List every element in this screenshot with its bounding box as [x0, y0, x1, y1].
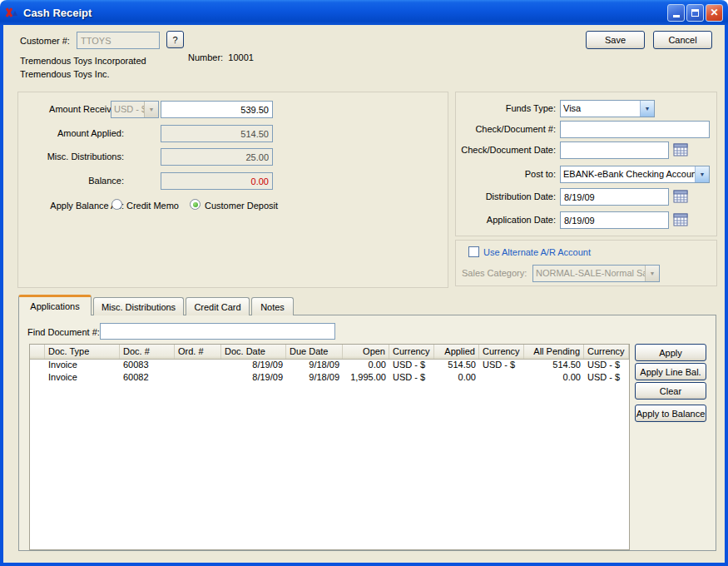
- dialog-body: Customer #: ? Number: 10001 Tremendous T…: [0, 25, 728, 566]
- apply-to-balance-button[interactable]: Apply to Balance: [635, 405, 706, 422]
- column-header[interactable]: Doc. Date: [221, 345, 286, 359]
- credit-memo-radio[interactable]: [111, 199, 122, 210]
- cell-ord-number: [175, 372, 221, 385]
- column-header[interactable]: Doc. Type: [45, 345, 120, 359]
- check-document-date-field[interactable]: [560, 142, 669, 159]
- customer-deposit-label: Customer Deposit: [205, 201, 278, 211]
- sales-category-value: NORMAL-SALE-Normal Sale: [533, 266, 645, 281]
- distribution-date-calendar-button[interactable]: [671, 189, 690, 204]
- funds-type-select[interactable]: Visa ▼: [560, 100, 655, 117]
- cancel-button[interactable]: Cancel: [653, 31, 712, 49]
- cell-due-date: 9/18/09: [286, 360, 343, 372]
- column-header[interactable]: Due Date: [286, 345, 343, 359]
- apply-line-bal-button[interactable]: Apply Line Bal.: [635, 363, 706, 380]
- cell-doc-type: Invoice: [45, 372, 120, 385]
- window-controls: ✕: [667, 4, 723, 22]
- application-date-field[interactable]: [560, 211, 669, 229]
- amount-received-field[interactable]: [161, 101, 273, 118]
- cell-due-date: 9/18/09: [286, 372, 343, 385]
- sales-category-select: NORMAL-SALE-Normal Sale ▼: [532, 265, 660, 282]
- tab-notes[interactable]: Notes: [251, 297, 294, 315]
- ar-account-group: Use Alternate A/R Account Sales Category…: [455, 240, 717, 286]
- amount-received-currency-select[interactable]: USD - $ ▼: [111, 101, 159, 118]
- chevron-down-icon: ▼: [645, 266, 659, 281]
- minimize-button[interactable]: [667, 4, 685, 22]
- funds-type-label: Funds Type:: [458, 103, 556, 113]
- window-title: Cash Receipt: [23, 7, 667, 19]
- tab-applications[interactable]: Applications: [18, 295, 92, 315]
- row-selector[interactable]: [30, 360, 45, 372]
- column-header[interactable]: Applied: [434, 345, 479, 359]
- customer-name-line2: Tremendous Toys Inc.: [20, 69, 110, 79]
- tab-credit-card[interactable]: Credit Card: [186, 297, 250, 315]
- column-header[interactable]: Currency: [479, 345, 524, 359]
- cell-open: 1,995.00: [343, 372, 389, 385]
- customer-name-line1: Tremendous Toys Incorporated: [20, 56, 146, 66]
- row-selector-header: [30, 345, 45, 359]
- amount-received-currency-value: USD - $: [111, 102, 144, 117]
- chevron-down-icon: ▼: [640, 101, 654, 117]
- save-button[interactable]: Save: [586, 31, 645, 49]
- clear-button[interactable]: Clear: [635, 382, 706, 400]
- credit-memo-label: Credit Memo: [126, 201, 179, 211]
- cell-doc-date: 8/19/09: [221, 372, 286, 385]
- title-bar[interactable]: Cash Receipt ✕: [0, 0, 728, 25]
- cell-doc-date: 8/19/09: [221, 360, 286, 372]
- amount-received-label: Amount Received:: [23, 104, 124, 114]
- close-button[interactable]: ✕: [706, 4, 723, 22]
- cash-receipt-window: Cash Receipt ✕ Customer #: ? Number: 100…: [0, 0, 728, 566]
- maximize-icon: [691, 9, 699, 17]
- column-header[interactable]: Doc. #: [120, 345, 175, 359]
- cell-currency: USD - $: [584, 372, 629, 385]
- check-document-date-calendar-button[interactable]: [671, 142, 690, 157]
- apply-balance-as-label: Apply Balance As:: [23, 201, 124, 211]
- column-header[interactable]: All Pending: [524, 345, 584, 359]
- cell-doc-type: Invoice: [45, 360, 120, 372]
- amount-applied-label: Amount Applied:: [23, 128, 124, 138]
- receipt-number-value: 10001: [228, 52, 254, 62]
- balance-label: Balance:: [23, 176, 124, 186]
- calendar-icon: [673, 143, 688, 156]
- cell-currency: USD - $: [389, 372, 434, 385]
- cell-currency: USD - $: [389, 360, 434, 372]
- post-to-select[interactable]: EBANK-eBank Checking Account ▼: [560, 166, 710, 183]
- column-header[interactable]: Currency: [584, 345, 629, 359]
- misc-distributions-field: [161, 148, 273, 166]
- payment-details-group: Funds Type: Visa ▼ Check/Document #: Che…: [455, 92, 717, 236]
- column-header[interactable]: Currency: [389, 345, 434, 359]
- balance-field: [161, 172, 273, 190]
- application-date-calendar-button[interactable]: [671, 212, 690, 227]
- cell-ord-number: [175, 360, 221, 372]
- receipt-number: Number: 10001: [188, 52, 254, 62]
- application-date-label: Application Date:: [458, 215, 556, 225]
- chevron-down-icon: ▼: [695, 166, 709, 182]
- customer-deposit-radio[interactable]: [190, 199, 201, 210]
- calendar-icon: [673, 190, 688, 203]
- distribution-date-field[interactable]: [560, 188, 669, 206]
- maximize-button[interactable]: [686, 4, 704, 22]
- customer-number-field[interactable]: [77, 32, 160, 49]
- cell-applied[interactable]: 514.50: [434, 360, 479, 372]
- applications-tab-panel: Find Document #: Doc. Type Doc. # Ord. #…: [18, 315, 716, 551]
- check-document-field[interactable]: [560, 121, 710, 138]
- receipt-number-label: Number:: [188, 52, 223, 62]
- apply-button[interactable]: Apply: [635, 344, 706, 361]
- table-row[interactable]: Invoice 60083 8/19/09 9/18/09 0.00 USD -…: [30, 360, 629, 372]
- table-row[interactable]: Invoice 60082 8/19/09 9/18/09 1,995.00 U…: [30, 372, 629, 385]
- tab-strip: Applications Misc. Distributions Credit …: [3, 297, 725, 315]
- row-selector[interactable]: [30, 372, 45, 385]
- column-header[interactable]: Ord. #: [175, 345, 221, 359]
- cell-applied[interactable]: 0.00: [434, 372, 479, 385]
- misc-distributions-label: Misc. Distributions:: [23, 151, 124, 161]
- documents-table-header[interactable]: Doc. Type Doc. # Ord. # Doc. Date Due Da…: [30, 345, 629, 360]
- documents-table[interactable]: Doc. Type Doc. # Ord. # Doc. Date Due Da…: [29, 344, 630, 550]
- amount-applied-field: [161, 125, 273, 142]
- minimize-icon: [673, 15, 680, 17]
- find-document-input[interactable]: [100, 323, 335, 340]
- use-alternate-ar-checkbox[interactable]: [468, 246, 479, 257]
- cell-currency: USD - $: [479, 360, 524, 372]
- cell-currency: [479, 372, 524, 385]
- column-header[interactable]: Open: [343, 345, 389, 359]
- tab-misc-distributions[interactable]: Misc. Distributions: [93, 297, 184, 315]
- customer-lookup-button[interactable]: ?: [166, 31, 184, 48]
